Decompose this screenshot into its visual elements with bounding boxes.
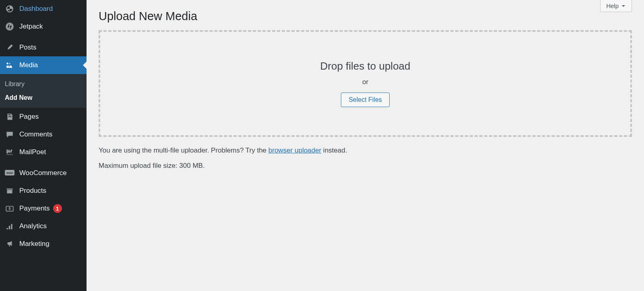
sidebar-subitem-library[interactable]: Library xyxy=(0,77,87,91)
jetpack-icon xyxy=(5,22,14,31)
sidebar-item-label: Media xyxy=(19,61,38,69)
browser-uploader-link[interactable]: browser uploader xyxy=(268,147,321,154)
max-upload-size: Maximum upload file size: 300 MB. xyxy=(99,162,632,170)
payments-icon: $ xyxy=(5,204,14,213)
sidebar-item-posts[interactable]: Posts xyxy=(0,39,87,56)
admin-sidebar: Dashboard Jetpack Posts Media Library Ad… xyxy=(0,0,87,291)
select-files-button[interactable]: Select Files xyxy=(341,93,390,107)
uploader-info-suffix: instead. xyxy=(321,147,347,154)
sidebar-item-label: Marketing xyxy=(19,240,50,248)
sidebar-item-woocommerce[interactable]: woo WooCommerce xyxy=(0,164,87,182)
payments-badge: 1 xyxy=(53,204,62,213)
woocommerce-icon: woo xyxy=(5,168,14,178)
svg-text:$: $ xyxy=(8,206,11,211)
sidebar-item-label: Dashboard xyxy=(19,5,53,13)
sidebar-item-label: Posts xyxy=(19,43,37,52)
pages-icon xyxy=(5,112,14,122)
sidebar-item-pages[interactable]: Pages xyxy=(0,108,87,126)
help-tab[interactable]: Help xyxy=(600,0,632,12)
sidebar-item-mailpoet[interactable]: MailPoet xyxy=(0,143,87,161)
sidebar-item-analytics[interactable]: Analytics xyxy=(0,217,87,235)
sidebar-submenu-media: Library Add New xyxy=(0,74,87,108)
page-title: Upload New Media xyxy=(99,0,632,30)
or-text: or xyxy=(100,78,630,86)
mailpoet-icon xyxy=(5,147,14,157)
sidebar-item-label: Comments xyxy=(19,130,52,138)
uploader-info: You are using the multi-file uploader. P… xyxy=(99,147,632,155)
upload-dropzone[interactable]: Drop files to upload or Select Files xyxy=(99,30,632,137)
sidebar-item-products[interactable]: Products xyxy=(0,182,87,200)
sidebar-item-label: Analytics xyxy=(19,222,47,230)
megaphone-icon xyxy=(5,239,14,249)
analytics-icon xyxy=(5,221,14,231)
media-icon xyxy=(5,60,14,70)
sidebar-item-payments[interactable]: $ Payments 1 xyxy=(0,200,87,217)
svg-text:woo: woo xyxy=(6,171,13,175)
comments-icon xyxy=(5,130,14,139)
sidebar-item-dashboard[interactable]: Dashboard xyxy=(0,0,87,18)
sidebar-item-label: MailPoet xyxy=(19,148,46,156)
uploader-info-prefix: You are using the multi-file uploader. P… xyxy=(99,147,268,154)
chevron-down-icon xyxy=(621,4,626,8)
products-icon xyxy=(5,186,14,196)
sidebar-item-comments[interactable]: Comments xyxy=(0,126,87,143)
sidebar-item-label: Products xyxy=(19,187,46,195)
sidebar-item-media[interactable]: Media xyxy=(0,56,87,74)
sidebar-item-jetpack[interactable]: Jetpack xyxy=(0,18,87,35)
svg-point-0 xyxy=(6,23,14,31)
sidebar-item-label: WooCommerce xyxy=(19,169,67,177)
sidebar-item-label: Jetpack xyxy=(19,23,43,31)
sidebar-subitem-addnew[interactable]: Add New xyxy=(0,91,87,105)
drop-files-text: Drop files to upload xyxy=(100,60,630,72)
sidebar-item-label: Payments xyxy=(19,204,50,213)
sidebar-item-marketing[interactable]: Marketing xyxy=(0,235,87,253)
help-label: Help xyxy=(606,2,619,9)
dashboard-icon xyxy=(5,4,14,14)
pin-icon xyxy=(5,43,14,52)
main-content: Help Upload New Media Drop files to uplo… xyxy=(87,0,644,291)
sidebar-item-label: Pages xyxy=(19,113,39,121)
